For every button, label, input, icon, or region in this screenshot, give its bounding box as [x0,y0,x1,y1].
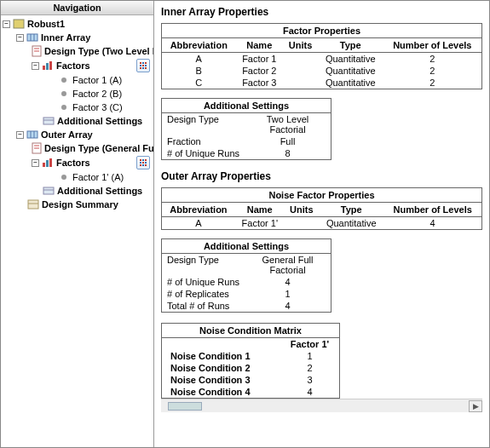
factors-icon [42,157,54,169]
ncm-value: 1 [280,350,339,362]
collapse-icon[interactable]: − [32,62,39,70]
col-name: Name [236,38,284,53]
settings-label: # of Unique Runs [167,148,250,158]
settings-row: # of Unique Runs8 [162,147,331,159]
table-row: AFactor 1Quantitative2 [162,53,481,66]
tree-label: Factor 1' (A) [72,172,124,182]
summary-icon [27,198,39,210]
col-name: Name [235,203,285,217]
settings-value: Two Level Factorial [250,114,326,135]
tree-inner-additional[interactable]: Additional Settings [1,114,153,128]
tree-label: Factor 1 (A) [72,75,122,85]
svg-rect-7 [43,66,45,70]
col-abbrev: Abbreviation [162,38,236,53]
factor-icon [58,171,70,183]
inner-array-title: Inner Array Properties [161,6,482,18]
cell-levels: 2 [383,65,481,77]
cell-type: Quantitative [318,65,383,77]
cell-name: Factor 1 [236,53,284,66]
svg-rect-9 [49,61,52,70]
tree-outer-additional[interactable]: Additional Settings [1,184,153,198]
ncm-row: Noise Condition 22 [162,362,339,374]
cell-levels: 2 [383,53,481,66]
cell-name: Factor 2 [236,65,284,77]
tree-label: Inner Array [41,32,90,43]
svg-rect-0 [14,20,24,28]
col-levels: Number of Levels [383,203,481,217]
factors-grid-button[interactable] [136,156,150,169]
col-abbrev: Abbreviation [162,203,235,217]
svg-point-10 [61,78,66,83]
tree-factor-c[interactable]: Factor 3 (C) [1,101,153,114]
noise-condition-matrix: Noise Condition Matrix Factor 1' Noise C… [161,323,340,399]
tree-label: Design Summary [42,199,118,210]
ncm-name: Noise Condition 3 [162,374,280,386]
tree-label: Design Type (General Full Factorial) [44,143,153,153]
ncm-value: 3 [280,374,339,386]
settings-label: # of Replicates [167,289,250,299]
horizontal-scrollbar[interactable]: ▶ [161,399,482,412]
scroll-right-icon[interactable]: ▶ [469,400,482,412]
cell-type: Quantitative [319,217,383,230]
factor-icon [58,88,70,100]
cell-abbrev: B [162,65,236,77]
settings-value: Full [250,136,326,146]
settings-label: Design Type [167,255,250,275]
tree-outer-array[interactable]: − Outer Array [1,128,153,141]
tree-inner-design-type[interactable]: Design Type (Two Level Factorial) [1,44,153,58]
collapse-icon[interactable]: − [32,159,39,167]
settings-value: 8 [250,148,326,158]
scrollbar-thumb[interactable] [168,402,202,411]
table-row: CFactor 3Quantitative2 [162,77,481,89]
panel-title: Additional Settings [162,239,331,254]
collapse-icon[interactable]: − [16,34,24,42]
settings-label: # of Unique Runs [167,277,250,287]
navigation-header: Navigation [1,1,153,15]
tree-inner-array[interactable]: − Inner Array [1,31,153,44]
document-icon [32,45,42,57]
svg-rect-8 [46,63,49,70]
cell-type: Quantitative [318,53,383,66]
panel-title: Noise Factor Properties [162,188,481,203]
settings-row: Design TypeTwo Level Factorial [162,113,331,135]
navigation-tree[interactable]: − Robust1 − Inner Array Design Type (Two… [1,15,153,447]
settings-value: 4 [250,277,326,287]
noise-factor-properties-table: Abbreviation Name Units Type Number of L… [162,203,481,229]
settings-row: Total # of Runs4 [162,300,331,312]
tree-inner-factors[interactable]: − Factors [1,58,153,73]
svg-point-12 [61,105,66,110]
factors-grid-button[interactable] [136,59,150,72]
tree-outer-design-type[interactable]: Design Type (General Full Factorial) [1,141,153,155]
table-row: AFactor 1'Quantitative4 [162,217,481,230]
navigation-panel: Navigation − Robust1 − Inner Array Desig… [1,1,154,447]
factors-icon [42,60,54,72]
inner-additional-settings: Additional Settings Design TypeTwo Level… [161,98,331,160]
svg-rect-1 [27,34,37,41]
ncm-name: Noise Condition 4 [162,386,280,398]
cell-levels: 4 [383,217,481,230]
collapse-icon[interactable]: − [16,131,24,139]
factor-properties-panel: Factor Properties Abbreviation Name Unit… [161,23,482,89]
tree-outer-factor-a[interactable]: Factor 1' (A) [1,170,153,184]
tree-factor-b[interactable]: Factor 2 (B) [1,87,153,101]
outer-array-title: Outer Array Properties [161,170,482,182]
settings-icon [43,185,55,197]
cell-units [285,217,320,230]
content-panel[interactable]: Inner Array Properties Factor Properties… [154,1,489,447]
noise-factor-properties-panel: Noise Factor Properties Abbreviation Nam… [161,187,482,230]
table-row: BFactor 2Quantitative2 [162,65,481,77]
cell-name: Factor 3 [236,77,284,89]
tree-root[interactable]: − Robust1 [1,17,153,31]
tree-label: Design Type (Two Level Factorial) [44,46,153,56]
tree-outer-factors[interactable]: − Factors [1,155,153,170]
panel-title: Noise Condition Matrix [162,324,339,338]
document-icon [32,142,42,154]
cell-type: Quantitative [318,77,383,89]
tree-design-summary[interactable]: Design Summary [1,198,153,211]
svg-point-24 [61,175,66,180]
ncm-row: Noise Condition 44 [162,386,339,398]
cell-abbrev: A [162,217,235,230]
array-icon [26,32,38,43]
tree-factor-a[interactable]: Factor 1 (A) [1,73,153,87]
collapse-icon[interactable]: − [3,20,10,28]
